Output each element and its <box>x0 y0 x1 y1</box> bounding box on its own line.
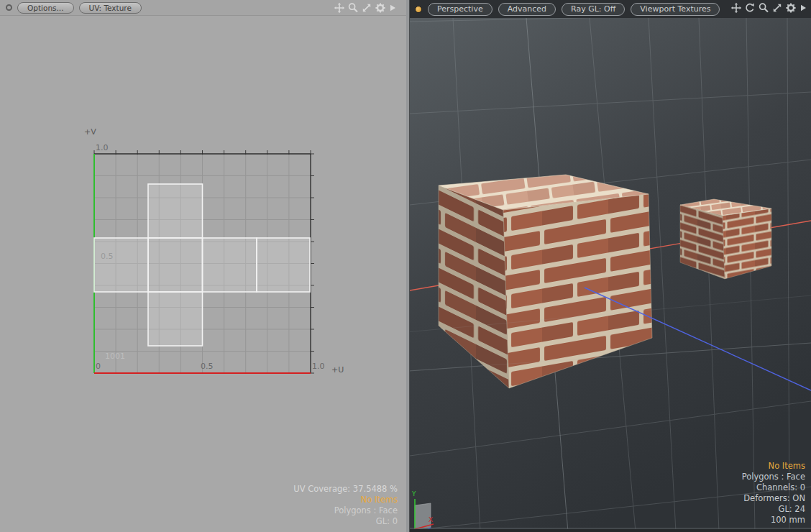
viewport-polygons-text: Polygons : Face <box>742 472 805 482</box>
rotate-icon[interactable] <box>744 2 756 14</box>
viewport-bottom-strip <box>410 529 811 532</box>
viewport-textures-button[interactable]: Viewport Textures <box>631 3 720 16</box>
uv-v-axis-label: +V <box>84 127 96 137</box>
uv-v-mid-label: 0.5 <box>101 252 114 261</box>
uv-texture-button[interactable]: UV: Texture <box>79 2 142 14</box>
uv-u-max-label: 1.0 <box>312 362 325 371</box>
viewport-items-text: No Items <box>742 461 805 472</box>
uv-items-text: No Items <box>293 495 398 505</box>
ray-gl-button[interactable]: Ray GL: Off <box>562 3 625 16</box>
uv-gl-text: GL: 0 <box>293 516 398 527</box>
gear-icon[interactable] <box>375 2 386 14</box>
options-button[interactable]: Options... <box>17 2 74 14</box>
uv-v-max-label: 1.0 <box>96 143 109 152</box>
uv-coverage-text: UV Coverage: 37.5488 % <box>293 484 398 495</box>
uv-shell-face-4[interactable] <box>257 238 310 292</box>
uv-editor-pane: +V 1.0 0.5 1001 0 0.5 1.0 +U Options... … <box>0 0 406 532</box>
pane-options-ring-icon[interactable] <box>6 4 12 11</box>
uv-canvas[interactable]: +V 1.0 0.5 1001 0 0.5 1.0 +U <box>0 0 406 532</box>
uv-u-origin-label: 0 <box>96 362 101 371</box>
gear-icon[interactable] <box>785 2 797 14</box>
uv-status-block: UV Coverage: 37.5488 % No Items Polygons… <box>293 484 398 527</box>
uv-header-icons <box>334 2 397 14</box>
viewport-options-dot-icon[interactable] <box>415 6 422 13</box>
expand-arrow-icon[interactable] <box>799 2 807 14</box>
uv-shell-face-bottom[interactable] <box>148 292 203 346</box>
uv-udim-label: 1001 <box>105 352 125 361</box>
viewport-header-icons <box>730 2 807 14</box>
uv-u-mid-label: 0.5 <box>201 362 214 371</box>
pan-icon[interactable] <box>730 2 742 14</box>
viewport-status-block: No Items Polygons : Face Channels: 0 Def… <box>742 461 805 526</box>
view-mode-button[interactable]: Perspective <box>428 3 492 16</box>
viewport-deformers-text: Deformers: ON <box>742 493 805 504</box>
brick-cube-small <box>680 199 771 279</box>
pan-icon[interactable] <box>334 2 345 14</box>
uv-shells <box>94 184 310 346</box>
uv-shell-face-1[interactable] <box>94 238 148 292</box>
gizmo-y-label: Y <box>411 490 416 497</box>
uv-u-axis-label: +U <box>331 365 344 375</box>
perspective-viewport-pane: Y X Perspective Advanced Ray GL: Off Vie… <box>410 0 811 532</box>
viewport-channels-text: Channels: 0 <box>742 482 805 493</box>
zoom-icon[interactable] <box>758 2 769 14</box>
uv-shell-face-2[interactable] <box>148 238 203 292</box>
expand-arrow-icon[interactable] <box>388 2 397 14</box>
uv-shell-face-top[interactable] <box>148 184 203 238</box>
zoom-icon[interactable] <box>347 2 359 14</box>
uv-shell-face-3[interactable] <box>203 238 257 292</box>
viewport-gl-text: GL: 24 <box>742 504 805 515</box>
shading-mode-button[interactable]: Advanced <box>498 3 556 16</box>
viewport-canvas[interactable]: Y X <box>410 18 811 532</box>
expand-icon[interactable] <box>361 2 372 14</box>
viewport-grid-size-text: 100 mm <box>742 515 805 526</box>
gizmo-x-label: X <box>429 516 433 523</box>
uv-polygons-text: Polygons : Face <box>293 505 398 516</box>
uv-right-ticks <box>311 154 314 373</box>
expand-icon[interactable] <box>771 2 783 14</box>
